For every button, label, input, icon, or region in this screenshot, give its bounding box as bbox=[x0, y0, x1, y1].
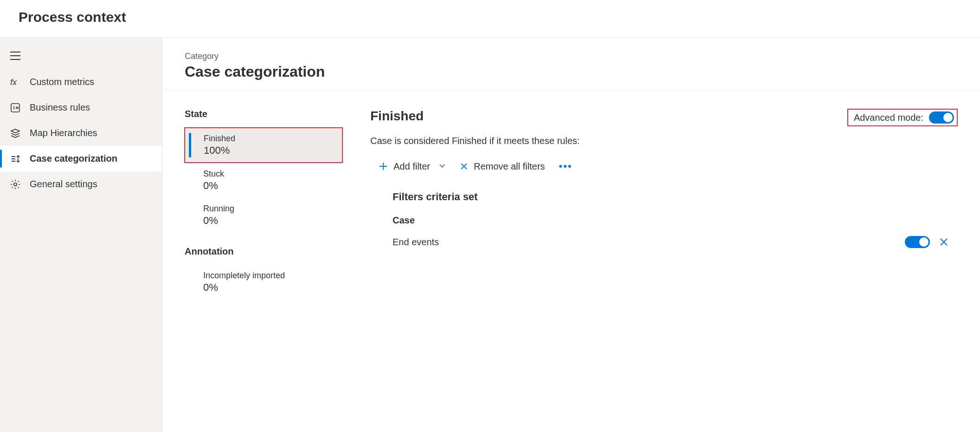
fx-icon: fx bbox=[10, 77, 20, 87]
category-label: Category bbox=[185, 52, 958, 61]
plus-icon bbox=[379, 162, 388, 171]
sidebar-item-map-hierarchies[interactable]: Map Hierarchies bbox=[0, 120, 162, 146]
categorization-icon bbox=[10, 154, 20, 164]
sidebar-item-label: General settings bbox=[30, 179, 97, 190]
filter-actions: Add filter Remove all filters ••• bbox=[370, 160, 958, 172]
rule-remove-button[interactable] bbox=[939, 237, 948, 247]
state-name: Running bbox=[203, 204, 338, 214]
gear-icon bbox=[10, 179, 20, 190]
state-item-stuck[interactable]: Stuck 0% bbox=[185, 164, 342, 197]
sidebar-item-label: Case categorization bbox=[30, 153, 117, 164]
state-value: 0% bbox=[203, 180, 338, 192]
state-value: 0% bbox=[203, 215, 338, 227]
annotation-name: Incompletely imported bbox=[203, 271, 338, 281]
criteria-group-heading: Case bbox=[393, 215, 958, 226]
sidebar-item-custom-metrics[interactable]: fx Custom metrics bbox=[0, 69, 162, 95]
close-icon bbox=[939, 237, 948, 247]
more-icon: ••• bbox=[559, 160, 572, 172]
detail-title: Finished bbox=[370, 109, 424, 124]
annotation-heading: Annotation bbox=[185, 246, 342, 257]
sidebar: fx Custom metrics Business rules Map Hie… bbox=[0, 38, 162, 432]
state-name: Stuck bbox=[203, 169, 338, 179]
sidebar-item-label: Custom metrics bbox=[30, 77, 94, 87]
add-filter-label: Add filter bbox=[393, 161, 430, 172]
main-content: Category Case categorization State Finis… bbox=[162, 38, 980, 432]
category-name: Case categorization bbox=[185, 63, 958, 80]
remove-all-filters-button[interactable]: Remove all filters bbox=[460, 161, 545, 172]
criteria-heading: Filters criteria set bbox=[393, 191, 958, 203]
sidebar-item-general-settings[interactable]: General settings bbox=[0, 171, 162, 197]
hamburger-icon bbox=[10, 52, 20, 60]
annotation-value: 0% bbox=[203, 281, 338, 294]
state-heading: State bbox=[185, 109, 342, 119]
annotation-item-incomplete[interactable]: Incompletely imported 0% bbox=[185, 265, 342, 299]
detail-description: Case is considered Finished if it meets … bbox=[370, 136, 958, 146]
svg-point-2 bbox=[16, 107, 18, 109]
advanced-mode-box: Advanced mode: bbox=[847, 109, 958, 126]
content: State Finished 100% Stuck 0% Running 0% … bbox=[162, 90, 980, 319]
state-value: 100% bbox=[204, 144, 337, 157]
hamburger-menu[interactable] bbox=[0, 47, 162, 69]
main-header: Category Case categorization bbox=[162, 38, 980, 90]
state-name: Finished bbox=[204, 134, 337, 144]
more-actions-button[interactable]: ••• bbox=[559, 160, 572, 172]
sidebar-item-business-rules[interactable]: Business rules bbox=[0, 95, 162, 120]
state-item-running[interactable]: Running 0% bbox=[185, 198, 342, 232]
rule-name: End events bbox=[393, 237, 439, 248]
add-filter-button[interactable]: Add filter bbox=[379, 161, 446, 172]
svg-text:fx: fx bbox=[10, 78, 17, 87]
remove-all-label: Remove all filters bbox=[474, 161, 545, 172]
app-header: Process context bbox=[0, 0, 980, 38]
sidebar-item-case-categorization[interactable]: Case categorization bbox=[0, 146, 162, 171]
criteria-section: Filters criteria set Case End events bbox=[370, 191, 958, 248]
rules-icon bbox=[10, 103, 20, 112]
chevron-down-icon bbox=[438, 161, 446, 172]
state-item-finished[interactable]: Finished 100% bbox=[185, 128, 342, 163]
layers-icon bbox=[10, 128, 20, 138]
rule-toggle[interactable] bbox=[905, 236, 930, 248]
sidebar-item-label: Business rules bbox=[30, 102, 90, 113]
svg-point-3 bbox=[14, 183, 17, 185]
advanced-mode-toggle[interactable] bbox=[929, 111, 954, 124]
advanced-mode-label: Advanced mode: bbox=[854, 112, 923, 123]
sidebar-item-label: Map Hierarchies bbox=[30, 128, 97, 138]
x-icon bbox=[460, 162, 468, 170]
left-column: State Finished 100% Stuck 0% Running 0% … bbox=[185, 109, 342, 300]
page-title: Process context bbox=[19, 9, 961, 25]
right-column: Finished Advanced mode: Case is consider… bbox=[370, 109, 958, 300]
layout: fx Custom metrics Business rules Map Hie… bbox=[0, 38, 980, 432]
detail-header: Finished Advanced mode: bbox=[370, 109, 958, 126]
rule-controls bbox=[905, 236, 948, 248]
rule-row-end-events: End events bbox=[393, 236, 958, 248]
